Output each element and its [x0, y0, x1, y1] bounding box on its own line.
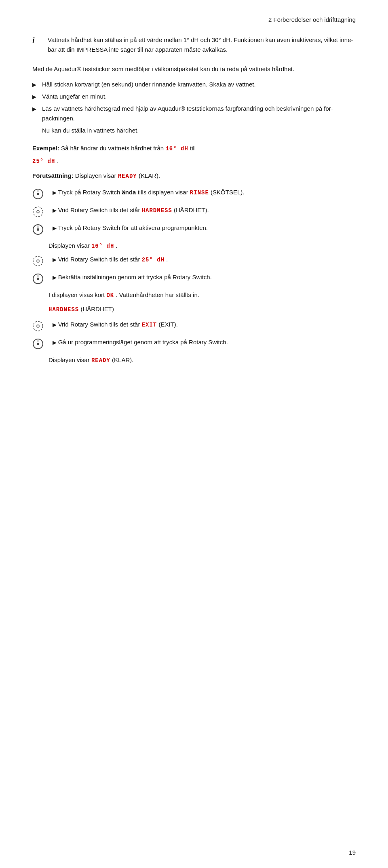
svg-point-8: [33, 256, 43, 266]
prereq-display: READY: [118, 173, 137, 179]
example-to-value: 25° dH: [32, 158, 55, 164]
step-1-text-after: tills displayen visar: [138, 189, 190, 196]
press-icon-3: [32, 273, 44, 284]
step-1-content: ▶ Tryck på Rotary Switch ända tills disp…: [53, 188, 356, 197]
bullet-arrow-2: ▶: [32, 93, 38, 101]
step-1-display: RINSE: [190, 190, 209, 196]
step-6: ▶ Vrid Rotary Switch tills det står EXIT…: [32, 320, 356, 333]
step-6-display: EXIT: [142, 322, 157, 328]
aquadur-intro: Med de Aquadur® teststickor som medfölje…: [32, 64, 356, 74]
step-4: ▶ Vrid Rotary Switch tills det står 25° …: [32, 255, 356, 268]
step-3-period: .: [116, 242, 117, 249]
bullet-text-1: Håll stickan kortvarigt (en sekund) unde…: [42, 80, 256, 89]
turn-icon-1: [32, 206, 44, 217]
step-3-indent: Displayen visar 16° dH .: [48, 241, 356, 251]
step-4-text: Vrid Rotary Switch tills det står: [58, 256, 142, 263]
bullet-text-3: Läs av vattnets hårdhetsgrad med hjälp a…: [42, 104, 356, 123]
example-label: Exempel:: [32, 145, 59, 152]
step-5-arrow: ▶: [53, 274, 58, 280]
example-text-2: till: [190, 145, 196, 152]
step-4-arrow: ▶: [53, 257, 58, 263]
step-3: ▶ Tryck på Rotary Switch för att aktiver…: [32, 223, 356, 237]
step-1-bold: ända: [122, 189, 136, 196]
chapter-title: 2 Förberedelser och idrifttagning: [268, 16, 356, 23]
step-7-text: Gå ur programmeringsläget genom att tryc…: [58, 339, 228, 346]
bullet-arrow-3: ▶: [32, 105, 38, 114]
svg-point-12: [37, 278, 39, 280]
step-7-display: READY: [91, 357, 110, 364]
step-5-indent-text: I displayen visas kort: [48, 291, 106, 298]
step-4-period: .: [166, 256, 168, 263]
step-3-text: Tryck på Rotary Switch för att aktivera …: [58, 224, 208, 231]
step-2-content: ▶ Vrid Rotary Switch tills det står HARD…: [53, 205, 356, 215]
step-3-content: ▶ Tryck på Rotary Switch för att aktiver…: [53, 223, 356, 233]
example-to-line: 25° dH .: [32, 157, 356, 164]
turn-icon-2: [32, 255, 44, 267]
bullet-item-2: ▶ Vänta ungefär en minut.: [32, 92, 356, 101]
prereq-suffix: (KLAR).: [139, 172, 160, 179]
press-icon-1: [32, 188, 44, 200]
step-1-suffix: (SKÖTSEL).: [211, 189, 244, 196]
step-2-text: Vrid Rotary Switch tills det står: [58, 206, 142, 213]
bullet-text-2: Vänta ungefär en minut.: [42, 92, 107, 101]
info-icon: i: [32, 36, 42, 45]
step-5-hardness-label: (HÅRDHET): [80, 305, 114, 312]
step-7-arrow: ▶: [53, 339, 58, 346]
step-1-text-before: Tryck på Rotary Switch: [58, 189, 122, 196]
page-header: 2 Förberedelser och idrifttagning: [32, 16, 356, 23]
svg-point-7: [37, 228, 39, 231]
step-2-arrow: ▶: [53, 207, 58, 213]
bullet-item-3: ▶ Läs av vattnets hårdhetsgrad med hjälp…: [32, 104, 356, 123]
press-icon-4: [32, 338, 44, 350]
step-6-arrow: ▶: [53, 322, 58, 328]
step-6-content: ▶ Vrid Rotary Switch tills det står EXIT…: [53, 320, 356, 329]
prereq-text: Displayen visar: [75, 172, 118, 179]
example-period: .: [57, 157, 59, 164]
step-1: ▶ Tryck på Rotary Switch ända tills disp…: [32, 188, 356, 201]
step-7-indent: Displayen visar READY (KLAR).: [48, 355, 356, 365]
press-icon-2: [32, 224, 44, 235]
step-5: ▶ Bekräfta inställningen genom att tryck…: [32, 272, 356, 286]
aquadur-section: Med de Aquadur® teststickor som medfölje…: [32, 64, 356, 135]
step-5-indent-suffix: . Vattenhårdheten har ställts in.: [116, 291, 199, 298]
step-3-indent-text: Displayen visar: [48, 242, 91, 249]
svg-point-4: [37, 211, 39, 213]
bullet-arrow-1: ▶: [32, 81, 38, 89]
step-4-display: 25° dH: [142, 257, 164, 263]
step-5-extra: HARDNESS (HÅRDHET): [48, 304, 356, 314]
step-2-display: HARDNESS: [142, 207, 172, 214]
step-5-text: Bekräfta inställningen genom att trycka …: [58, 274, 212, 280]
step-5-indent: I displayen visas kort OK . Vattenhårdhe…: [48, 290, 356, 300]
step-7-indent-suffix: (KLAR).: [112, 356, 133, 363]
step-4-content: ▶ Vrid Rotary Switch tills det står 25° …: [53, 255, 356, 264]
bullet-item-4: ▶ Nu kan du ställa in vattnets hårdhet.: [32, 126, 356, 135]
step-6-suffix: (EXIT).: [158, 321, 178, 328]
step-3-display: 16° dH: [91, 243, 114, 249]
bullet-item-1: ▶ Håll stickan kortvarigt (en sekund) un…: [32, 80, 356, 89]
step-5-display: OK: [106, 292, 114, 299]
example-from-value: 16° dH: [165, 145, 188, 152]
info-block: i Vattnets hårdhet kan ställas in på ett…: [32, 35, 356, 55]
svg-point-2: [37, 193, 39, 195]
info-text: Vattnets hårdhet kan ställas in på ett v…: [48, 35, 356, 55]
step-6-text: Vrid Rotary Switch tills det står: [58, 321, 142, 328]
step-2: ▶ Vrid Rotary Switch tills det står HARD…: [32, 205, 356, 219]
svg-point-3: [33, 207, 43, 217]
example-text: Så här ändrar du vattnets hårdhet från: [61, 145, 166, 152]
step-7-indent-text: Displayen visar: [48, 356, 91, 363]
step-5-content: ▶ Bekräfta inställningen genom att tryck…: [53, 272, 356, 282]
step-7-content: ▶ Gå ur programmeringsläget genom att tr…: [53, 337, 356, 347]
svg-point-9: [37, 260, 39, 262]
svg-point-13: [33, 321, 43, 331]
svg-point-14: [37, 325, 39, 327]
svg-point-17: [37, 343, 39, 345]
turn-icon-3: [32, 320, 44, 332]
example-block: Exempel: Så här ändrar du vattnets hårdh…: [32, 143, 356, 153]
step-7: ▶ Gå ur programmeringsläget genom att tr…: [32, 337, 356, 351]
step-5-hardness: HARDNESS: [48, 306, 79, 313]
prereq-label: Förutsättning:: [32, 172, 74, 179]
page-container: 2 Förberedelser och idrifttagning i Vatt…: [0, 0, 388, 868]
step-2-suffix: (HÅRDHET).: [174, 206, 209, 213]
step-3-arrow: ▶: [53, 225, 58, 231]
bullet-text-4: Nu kan du ställa in vattnets hårdhet.: [42, 126, 139, 135]
